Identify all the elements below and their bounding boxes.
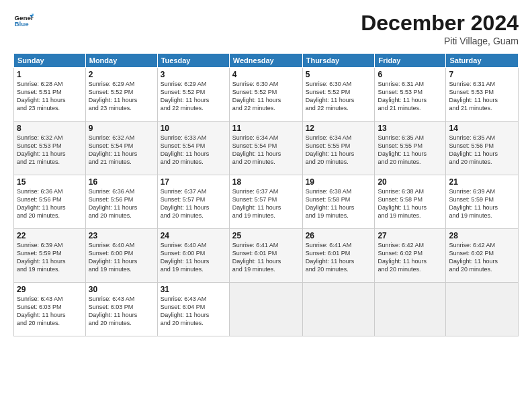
day-number: 6 [378, 70, 443, 79]
calendar-week-5: 29Sunrise: 6:43 AMSunset: 6:03 PMDayligh… [14, 283, 519, 336]
calendar-table: Sunday Monday Tuesday Wednesday Thursday… [13, 53, 519, 336]
day-number: 20 [378, 177, 443, 187]
day-info: Sunrise: 6:39 AMSunset: 5:59 PMDaylight:… [17, 241, 83, 274]
calendar-week-4: 22Sunrise: 6:39 AMSunset: 5:59 PMDayligh… [14, 229, 519, 283]
page: General Blue December 2024 Piti Village,… [0, 0, 532, 411]
calendar-cell: 24Sunrise: 6:40 AMSunset: 6:00 PMDayligh… [157, 229, 229, 283]
day-info: Sunrise: 6:40 AMSunset: 6:00 PMDaylight:… [89, 241, 154, 274]
calendar-cell: 8Sunrise: 6:32 AMSunset: 5:53 PMDaylight… [14, 122, 86, 175]
day-number: 1 [17, 70, 83, 79]
calendar-cell: 7Sunrise: 6:31 AMSunset: 5:53 PMDaylight… [446, 68, 519, 122]
day-info: Sunrise: 6:34 AMSunset: 5:54 PMDaylight:… [232, 134, 300, 167]
day-info: Sunrise: 6:30 AMSunset: 5:52 PMDaylight:… [232, 80, 300, 113]
calendar-cell: 14Sunrise: 6:35 AMSunset: 5:56 PMDayligh… [446, 122, 519, 175]
day-number: 12 [306, 124, 372, 133]
col-sunday: Sunday [14, 54, 86, 68]
header: General Blue December 2024 Piti Village,… [13, 11, 519, 46]
calendar-cell: 2Sunrise: 6:29 AMSunset: 5:52 PMDaylight… [85, 68, 157, 122]
day-info: Sunrise: 6:39 AMSunset: 5:59 PMDaylight:… [449, 187, 515, 220]
calendar-cell: 9Sunrise: 6:32 AMSunset: 5:54 PMDaylight… [85, 122, 157, 175]
day-number: 4 [232, 70, 300, 79]
day-info: Sunrise: 6:32 AMSunset: 5:54 PMDaylight:… [89, 134, 154, 167]
day-info: Sunrise: 6:31 AMSunset: 5:53 PMDaylight:… [378, 80, 443, 113]
day-number: 16 [89, 177, 154, 187]
location: Piti Village, Guam [361, 36, 519, 46]
logo-icon: General Blue [13, 11, 34, 31]
calendar-cell: 20Sunrise: 6:38 AMSunset: 5:58 PMDayligh… [375, 175, 446, 229]
calendar-cell: 17Sunrise: 6:37 AMSunset: 5:57 PMDayligh… [157, 175, 229, 229]
day-info: Sunrise: 6:42 AMSunset: 6:02 PMDaylight:… [378, 241, 443, 274]
day-info: Sunrise: 6:29 AMSunset: 5:52 PMDaylight:… [161, 80, 226, 113]
calendar-cell [446, 283, 519, 336]
calendar-cell: 12Sunrise: 6:34 AMSunset: 5:55 PMDayligh… [302, 122, 375, 175]
day-number: 29 [17, 285, 83, 294]
calendar-body: 1Sunrise: 6:28 AMSunset: 5:51 PMDaylight… [14, 68, 519, 336]
day-info: Sunrise: 6:43 AMSunset: 6:03 PMDaylight:… [89, 295, 154, 328]
header-row: Sunday Monday Tuesday Wednesday Thursday… [14, 54, 519, 68]
day-info: Sunrise: 6:30 AMSunset: 5:52 PMDaylight:… [306, 80, 372, 113]
col-saturday: Saturday [446, 54, 519, 68]
day-number: 22 [17, 231, 83, 240]
calendar-cell: 15Sunrise: 6:36 AMSunset: 5:56 PMDayligh… [14, 175, 86, 229]
day-number: 30 [89, 285, 154, 294]
calendar-cell: 27Sunrise: 6:42 AMSunset: 6:02 PMDayligh… [375, 229, 446, 283]
day-number: 27 [378, 231, 443, 240]
day-info: Sunrise: 6:29 AMSunset: 5:52 PMDaylight:… [89, 80, 154, 113]
col-wednesday: Wednesday [229, 54, 302, 68]
day-number: 31 [161, 285, 226, 294]
day-info: Sunrise: 6:38 AMSunset: 5:58 PMDaylight:… [378, 187, 443, 220]
day-info: Sunrise: 6:33 AMSunset: 5:54 PMDaylight:… [161, 134, 226, 167]
calendar-cell: 11Sunrise: 6:34 AMSunset: 5:54 PMDayligh… [229, 122, 302, 175]
calendar-week-3: 15Sunrise: 6:36 AMSunset: 5:56 PMDayligh… [14, 175, 519, 229]
day-number: 26 [306, 231, 372, 240]
calendar-cell [375, 283, 446, 336]
day-info: Sunrise: 6:37 AMSunset: 5:57 PMDaylight:… [232, 187, 300, 220]
calendar-cell: 13Sunrise: 6:35 AMSunset: 5:55 PMDayligh… [375, 122, 446, 175]
day-info: Sunrise: 6:31 AMSunset: 5:53 PMDaylight:… [449, 80, 515, 113]
day-info: Sunrise: 6:43 AMSunset: 6:04 PMDaylight:… [161, 295, 226, 328]
day-number: 7 [449, 70, 515, 79]
day-number: 9 [89, 124, 154, 133]
calendar-cell: 23Sunrise: 6:40 AMSunset: 6:00 PMDayligh… [85, 229, 157, 283]
day-info: Sunrise: 6:37 AMSunset: 5:57 PMDaylight:… [161, 187, 226, 220]
calendar-cell: 1Sunrise: 6:28 AMSunset: 5:51 PMDaylight… [14, 68, 86, 122]
calendar-cell: 5Sunrise: 6:30 AMSunset: 5:52 PMDaylight… [302, 68, 375, 122]
day-number: 8 [17, 124, 83, 133]
calendar-week-1: 1Sunrise: 6:28 AMSunset: 5:51 PMDaylight… [14, 68, 519, 122]
calendar-cell: 3Sunrise: 6:29 AMSunset: 5:52 PMDaylight… [157, 68, 229, 122]
day-number: 3 [161, 70, 226, 79]
calendar-cell: 28Sunrise: 6:42 AMSunset: 6:02 PMDayligh… [446, 229, 519, 283]
day-info: Sunrise: 6:35 AMSunset: 5:56 PMDaylight:… [449, 134, 515, 167]
calendar-cell: 21Sunrise: 6:39 AMSunset: 5:59 PMDayligh… [446, 175, 519, 229]
calendar-cell: 29Sunrise: 6:43 AMSunset: 6:03 PMDayligh… [14, 283, 86, 336]
title-block: December 2024 Piti Village, Guam [361, 11, 519, 46]
day-number: 19 [306, 177, 372, 187]
day-info: Sunrise: 6:36 AMSunset: 5:56 PMDaylight:… [17, 187, 83, 220]
calendar-cell: 31Sunrise: 6:43 AMSunset: 6:04 PMDayligh… [157, 283, 229, 336]
day-number: 28 [449, 231, 515, 240]
calendar-cell: 19Sunrise: 6:38 AMSunset: 5:58 PMDayligh… [302, 175, 375, 229]
day-number: 2 [89, 70, 154, 79]
day-number: 21 [449, 177, 515, 187]
day-info: Sunrise: 6:28 AMSunset: 5:51 PMDaylight:… [17, 80, 83, 113]
day-number: 11 [232, 124, 300, 133]
calendar-cell: 4Sunrise: 6:30 AMSunset: 5:52 PMDaylight… [229, 68, 302, 122]
col-friday: Friday [375, 54, 446, 68]
day-info: Sunrise: 6:35 AMSunset: 5:55 PMDaylight:… [378, 134, 443, 167]
day-number: 17 [161, 177, 226, 187]
calendar-week-2: 8Sunrise: 6:32 AMSunset: 5:53 PMDaylight… [14, 122, 519, 175]
day-info: Sunrise: 6:32 AMSunset: 5:53 PMDaylight:… [17, 134, 83, 167]
calendar-header: Sunday Monday Tuesday Wednesday Thursday… [14, 54, 519, 68]
day-info: Sunrise: 6:43 AMSunset: 6:03 PMDaylight:… [17, 295, 83, 328]
col-thursday: Thursday [302, 54, 375, 68]
calendar-cell [229, 283, 302, 336]
calendar-cell: 16Sunrise: 6:36 AMSunset: 5:56 PMDayligh… [85, 175, 157, 229]
calendar-cell [302, 283, 375, 336]
day-info: Sunrise: 6:36 AMSunset: 5:56 PMDaylight:… [89, 187, 154, 220]
day-info: Sunrise: 6:41 AMSunset: 6:01 PMDaylight:… [306, 241, 372, 274]
col-monday: Monday [85, 54, 157, 68]
calendar-cell: 18Sunrise: 6:37 AMSunset: 5:57 PMDayligh… [229, 175, 302, 229]
day-number: 23 [89, 231, 154, 240]
calendar-cell: 10Sunrise: 6:33 AMSunset: 5:54 PMDayligh… [157, 122, 229, 175]
day-info: Sunrise: 6:40 AMSunset: 6:00 PMDaylight:… [161, 241, 226, 274]
